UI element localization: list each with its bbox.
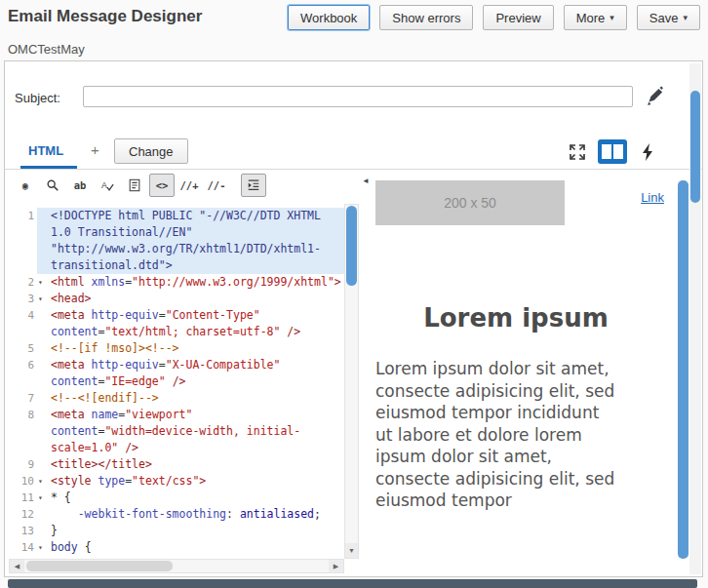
editor-vertical-scrollbar[interactable]: ▼: [344, 204, 359, 559]
page-title: Email Message Designer: [8, 7, 202, 26]
subject-input[interactable]: [83, 86, 633, 107]
line-number: 1: [9, 208, 37, 224]
scrollbar-thumb[interactable]: [26, 561, 173, 571]
code-text: content="text/html; charset=utf-8" />: [51, 324, 344, 340]
svg-text:A: A: [101, 180, 107, 190]
personalization-icon[interactable]: [643, 83, 666, 108]
line-number: 12: [9, 506, 37, 523]
code-text: scale=1.0" />: [51, 440, 344, 456]
scroll-right-arrow-icon[interactable]: ▶: [329, 560, 343, 572]
code-line[interactable]: content="IE=edge" />: [9, 373, 344, 390]
preview-scrollbar[interactable]: [678, 180, 688, 559]
page-scrollbar-thumb[interactable]: [690, 91, 700, 203]
code-line[interactable]: 6<meta http-equiv="X-UA-Compatible": [9, 357, 344, 373]
code-line[interactable]: 2▾<html xmlns="http://www.w3.org/1999/xh…: [9, 274, 344, 291]
scroll-down-arrow-icon[interactable]: ▼: [345, 543, 358, 558]
workbook-button-label: Workbook: [300, 11, 357, 25]
workbook-button[interactable]: Workbook: [288, 5, 370, 30]
more-button-label: More: [576, 11, 606, 25]
fold-arrow-icon[interactable]: ▾: [37, 490, 51, 506]
code-text: <head>: [51, 291, 344, 307]
code-line[interactable]: 3▾<head>: [9, 291, 344, 307]
auto-indent-icon[interactable]: [241, 174, 266, 197]
bottom-panel-edge[interactable]: [8, 579, 697, 588]
line-number: 14: [9, 539, 37, 556]
code-text: <style type="text/css">: [51, 473, 344, 490]
code-text: <html xmlns="http://www.w3.org/1999/xhtm…: [51, 274, 344, 291]
fold-spacer: [37, 241, 51, 257]
code-line[interactable]: transitional.dtd">: [9, 257, 344, 274]
fold-arrow-icon[interactable]: ▾: [37, 274, 51, 291]
show-errors-button[interactable]: Show errors: [379, 5, 473, 30]
designer-card: Subject: HTML + Change ◉abA<>//+//- 1<!D…: [4, 60, 703, 577]
code-text: <title></title>: [51, 456, 344, 473]
fold-spacer: [37, 440, 51, 456]
editor-horizontal-scrollbar[interactable]: ◀ ▶: [9, 559, 344, 573]
image-placeholder[interactable]: 200 x 50: [375, 180, 565, 225]
code-rows[interactable]: 1<!DOCTYPE html PUBLIC "-//W3C//DTD XHTM…: [9, 208, 344, 556]
code-line[interactable]: 4<meta http-equiv="Content-Type": [9, 307, 344, 324]
code-text: transitional.dtd">: [51, 257, 344, 274]
code-line[interactable]: "http://www.w3.org/TR/xhtml1/DTD/xhtml1-: [9, 241, 344, 257]
tab-html[interactable]: HTML: [28, 143, 63, 158]
fold-arrow-icon[interactable]: ▾: [37, 291, 51, 307]
line-number: [9, 241, 37, 257]
code-line[interactable]: scale=1.0" />: [9, 440, 344, 456]
pane-splitter[interactable]: ◄: [362, 171, 370, 572]
code-line[interactable]: 1.0 Transitional//EN": [9, 224, 344, 241]
page-scrollbar[interactable]: [689, 63, 701, 574]
page: { "header": { "title": "Email Message De…: [0, 0, 708, 588]
line-number: 5: [9, 340, 37, 357]
code-text: }: [51, 523, 344, 539]
code-text: <!--[if !mso]><!-->: [51, 340, 344, 357]
scroll-left-arrow-icon[interactable]: ◀: [10, 560, 24, 572]
code-line[interactable]: 11▾* {: [9, 490, 344, 506]
preview-link[interactable]: Link: [641, 190, 664, 205]
code-view-icon[interactable]: <>: [149, 174, 175, 197]
tag-inspector-icon[interactable]: ◉: [13, 174, 38, 197]
fold-arrow-icon[interactable]: ▾: [37, 473, 51, 490]
change-button[interactable]: Change: [114, 138, 188, 164]
code-line[interactable]: 12 -webkit-font-smoothing: antialiased;: [9, 506, 344, 523]
fold-spacer: [37, 407, 51, 423]
search-icon[interactable]: [40, 174, 65, 197]
validate-html-icon[interactable]: [122, 174, 147, 197]
line-number: [9, 324, 37, 340]
editor-toolbar: ◉abA<>//+//-: [13, 174, 266, 197]
code-line[interactable]: 1<!DOCTYPE html PUBLIC "-//W3C//DTD XHTM…: [9, 208, 344, 224]
add-comment-icon[interactable]: //+: [177, 174, 202, 197]
scrollbar-thumb[interactable]: [346, 206, 357, 286]
fold-arrow-icon[interactable]: ▾: [37, 539, 51, 556]
code-line[interactable]: 13}: [9, 523, 344, 539]
code-line[interactable]: 9<title></title>: [9, 456, 344, 473]
code-line[interactable]: 8<meta name="viewport": [9, 407, 344, 423]
preview-heading: Lorem ipsum: [370, 303, 662, 333]
maximize-icon[interactable]: [566, 140, 589, 164]
line-number: [9, 224, 37, 241]
save-button[interactable]: Save▾: [637, 5, 700, 30]
preview-button[interactable]: Preview: [483, 5, 553, 30]
spell-check-icon[interactable]: A: [95, 174, 120, 197]
code-text: <meta http-equiv="Content-Type": [51, 307, 344, 324]
preview-paragraph: Lorem ipsum dolor sit amet, consecte adi…: [375, 358, 617, 512]
fold-spacer: [37, 423, 51, 440]
code-line[interactable]: 14▾body {: [9, 539, 344, 556]
dynamic-content-icon[interactable]: [636, 140, 659, 164]
code-line[interactable]: 10▾<style type="text/css">: [9, 473, 344, 490]
add-tab-button[interactable]: +: [91, 141, 99, 158]
remove-comment-icon[interactable]: //-: [204, 174, 229, 197]
more-button[interactable]: More▾: [564, 5, 627, 30]
line-number: 3: [9, 291, 37, 307]
code-line[interactable]: 7<!--<![endif]-->: [9, 390, 344, 407]
splitter-collapse-icon[interactable]: ◄: [362, 176, 370, 185]
code-line[interactable]: content="width=device-width, initial-: [9, 423, 344, 440]
show-errors-button-label: Show errors: [392, 11, 460, 25]
code-line[interactable]: 5<!--[if !mso]><!-->: [9, 340, 344, 357]
split-view-icon[interactable]: [598, 139, 627, 164]
code-text: <!--<![endif]-->: [51, 390, 344, 407]
find-replace-icon[interactable]: ab: [67, 174, 93, 197]
code-line[interactable]: content="text/html; charset=utf-8" />: [9, 324, 344, 340]
fold-spacer: [37, 307, 51, 324]
fold-spacer: [37, 390, 51, 407]
fold-spacer: [37, 340, 51, 357]
